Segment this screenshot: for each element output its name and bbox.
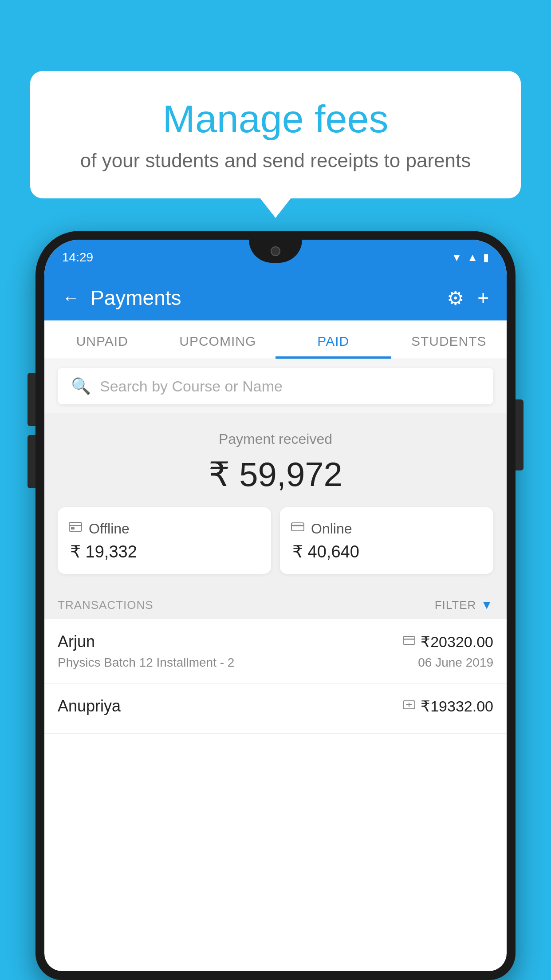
tab-students[interactable]: STUDENTS <box>391 320 507 359</box>
transaction-row-bottom: Physics Batch 12 Installment - 2 06 June… <box>58 656 493 670</box>
settings-button[interactable]: ⚙ <box>447 287 464 309</box>
speech-bubble-title: Manage fees <box>52 98 499 141</box>
search-input[interactable]: Search by Course or Name <box>100 378 283 395</box>
offline-amount: ₹ 19,332 <box>68 542 137 561</box>
svg-rect-5 <box>403 636 415 644</box>
phone-frame: 14:29 ▼ ▲ ▮ ← Payments ⚙ + UNPAID U <box>35 231 516 980</box>
offline-card-top: Offline <box>68 520 130 537</box>
transactions-header: TRANSACTIONS FILTER ▼ <box>44 587 507 619</box>
offline-label: Offline <box>89 521 130 537</box>
volume-down-button[interactable] <box>28 435 35 488</box>
transaction-course: Physics Batch 12 Installment - 2 <box>58 656 234 670</box>
notch <box>249 240 302 263</box>
transaction-name: Arjun <box>58 632 95 651</box>
filter-icon: ▼ <box>480 598 493 612</box>
search-bar[interactable]: 🔍 Search by Course or Name <box>58 368 493 404</box>
svg-rect-3 <box>291 523 304 531</box>
offline-payment-card: Offline ₹ 19,332 <box>58 507 271 574</box>
filter-label: FILTER <box>435 598 476 612</box>
payment-cards: Offline ₹ 19,332 Online <box>58 507 493 574</box>
speech-bubble-subtitle: of your students and send receipts to pa… <box>52 150 499 172</box>
transaction-type-icon <box>403 699 415 714</box>
wifi-icon: ▼ <box>451 251 462 264</box>
status-bar: 14:29 ▼ ▲ ▮ <box>44 240 507 275</box>
offline-icon <box>68 520 83 537</box>
add-button[interactable]: + <box>477 287 489 309</box>
header-title: Payments <box>91 286 181 310</box>
payment-received-section: Payment received ₹ 59,972 Offline <box>44 413 507 587</box>
volume-up-button[interactable] <box>28 373 35 426</box>
transaction-amount: ₹19332.00 <box>421 697 493 715</box>
tab-upcoming[interactable]: UPCOMING <box>160 320 276 359</box>
transaction-item[interactable]: Arjun ₹20320.00 Physics Batch 12 Install… <box>44 619 507 684</box>
speech-bubble: Manage fees of your students and send re… <box>30 71 521 198</box>
payment-received-amount: ₹ 59,972 <box>58 454 493 494</box>
transaction-date: 06 June 2019 <box>418 656 493 670</box>
transaction-amount-wrap: ₹19332.00 <box>403 697 493 715</box>
status-icons: ▼ ▲ ▮ <box>451 251 489 264</box>
transaction-name: Anupriya <box>58 697 121 715</box>
svg-rect-0 <box>69 522 82 531</box>
camera <box>271 246 280 256</box>
tab-paid[interactable]: PAID <box>276 320 391 359</box>
online-card-top: Online <box>291 520 352 537</box>
header-right: ⚙ + <box>447 287 489 309</box>
transaction-row-top: Arjun ₹20320.00 <box>58 632 493 651</box>
signal-icon: ▲ <box>467 251 478 264</box>
online-icon <box>291 520 305 537</box>
app-header: ← Payments ⚙ + <box>44 275 507 320</box>
transaction-amount: ₹20320.00 <box>421 633 493 651</box>
online-amount: ₹ 40,640 <box>291 542 359 561</box>
power-button[interactable] <box>516 399 523 470</box>
phone-screen: 14:29 ▼ ▲ ▮ ← Payments ⚙ + UNPAID U <box>44 240 507 971</box>
status-time: 14:29 <box>62 250 93 265</box>
header-left: ← Payments <box>62 286 181 310</box>
transactions-label: TRANSACTIONS <box>58 598 153 612</box>
search-container: 🔍 Search by Course or Name <box>44 359 507 413</box>
search-icon: 🔍 <box>71 377 91 395</box>
filter-button[interactable]: FILTER ▼ <box>435 598 493 612</box>
transactions-list: Arjun ₹20320.00 Physics Batch 12 Install… <box>44 619 507 734</box>
online-payment-card: Online ₹ 40,640 <box>280 507 493 574</box>
tab-unpaid[interactable]: UNPAID <box>44 320 160 359</box>
payment-received-label: Payment received <box>58 431 493 447</box>
transaction-row-top: Anupriya ₹19332.00 <box>58 697 493 715</box>
back-button[interactable]: ← <box>62 288 80 308</box>
transaction-type-icon <box>403 634 415 650</box>
svg-rect-2 <box>71 527 75 530</box>
battery-icon: ▮ <box>483 251 489 264</box>
transaction-amount-wrap: ₹20320.00 <box>403 633 493 651</box>
online-label: Online <box>311 521 352 537</box>
transaction-item[interactable]: Anupriya ₹19332.00 <box>44 684 507 734</box>
tabs-bar: UNPAID UPCOMING PAID STUDENTS <box>44 320 507 359</box>
